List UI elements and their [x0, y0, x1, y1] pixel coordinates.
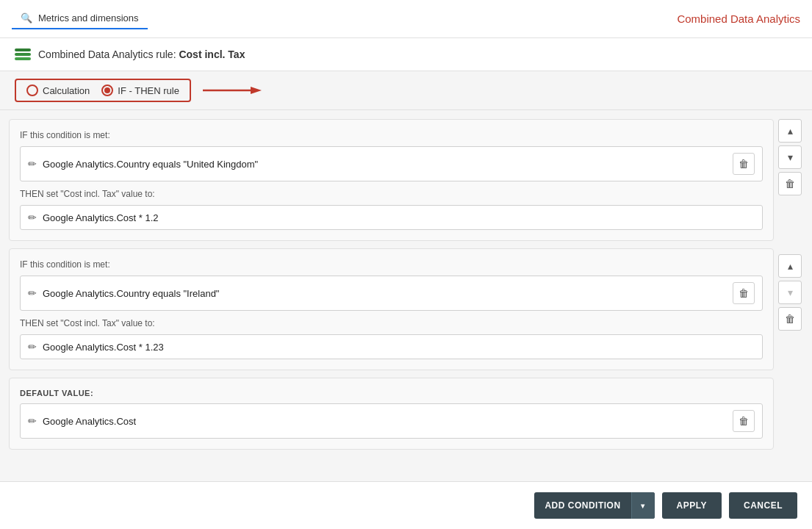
radio-if-then[interactable]: IF - THEN rule [101, 84, 179, 96]
condition-text-then-2: Google Analytics.Cost * 1.23 [43, 342, 755, 353]
radio-circle-if-then [101, 84, 113, 96]
condition-row-if-1: ✏ Google Analytics.Country equals "Unite… [20, 146, 763, 181]
radio-calculation[interactable]: Calculation [26, 84, 90, 96]
delete-default-button[interactable]: 🗑 [733, 410, 755, 432]
stack-icon [15, 48, 31, 60]
condition-row-if-2: ✏ Google Analytics.Country equals "Irela… [20, 276, 763, 311]
condition-text-if-1: Google Analytics.Country equals "United … [43, 159, 727, 170]
edit-icon-default[interactable]: ✏ [28, 415, 37, 427]
move-down-2-button[interactable]: ▾ [778, 281, 802, 304]
condition-block-2: IF this condition is met: ✏ Google Analy… [9, 248, 774, 370]
then-label-2: THEN set "Cost incl. Tax" value to: [20, 318, 763, 328]
condition-block-1: IF this condition is met: ✏ Google Analy… [9, 119, 774, 241]
main-content: IF this condition is met: ✏ Google Analy… [0, 110, 812, 481]
svg-marker-1 [251, 87, 262, 94]
add-condition-label: ADD CONDITION [534, 500, 630, 511]
top-bar: 🔍 Metrics and dimensions Combined Data A… [0, 0, 812, 38]
condition-row-default: ✏ Google Analytics.Cost 🗑 [20, 403, 763, 439]
cancel-button[interactable]: CANCEL [729, 492, 797, 519]
footer: ADD CONDITION ▾ APPLY CANCEL [0, 481, 812, 529]
tab-label: Metrics and dimensions [38, 12, 139, 24]
move-up-1-button[interactable]: ▴ [778, 119, 802, 143]
radio-box: Calculation IF - THEN rule [15, 79, 191, 102]
search-icon: 🔍 [21, 12, 32, 24]
if-label-1: IF this condition is met: [20, 130, 763, 140]
app-title: Combined Data Analytics [677, 12, 800, 25]
then-label-1: THEN set "Cost incl. Tax" value to: [20, 189, 763, 199]
radio-label-calculation: Calculation [43, 85, 90, 96]
side-group-1: ▴ ▾ 🗑 [778, 119, 808, 195]
move-up-2-button[interactable]: ▴ [778, 254, 802, 278]
edit-icon-if-2[interactable]: ✏ [28, 287, 37, 299]
add-condition-button[interactable]: ADD CONDITION ▾ [534, 492, 654, 519]
radio-circle-calculation [26, 84, 38, 96]
rule-header: Combined Data Analytics rule: Cost incl.… [0, 38, 812, 71]
if-label-2: IF this condition is met: [20, 259, 763, 270]
apply-button[interactable]: APPLY [662, 492, 722, 519]
side-group-2: ▴ ▾ 🗑 [778, 254, 808, 331]
rule-name: Cost incl. Tax [179, 48, 245, 60]
condition-row-then-2: ✏ Google Analytics.Cost * 1.23 [20, 334, 763, 359]
delete-if-1-button[interactable]: 🗑 [733, 153, 755, 175]
condition-text-then-1: Google Analytics.Cost * 1.2 [43, 212, 755, 223]
delete-group-2-button[interactable]: 🗑 [778, 307, 802, 331]
delete-if-2-button[interactable]: 🗑 [733, 282, 755, 304]
condition-text-if-2: Google Analytics.Country equals "Ireland… [43, 288, 727, 299]
radio-group: Calculation IF - THEN rule [0, 71, 812, 110]
edit-icon-then-2[interactable]: ✏ [28, 341, 37, 353]
move-down-1-button[interactable]: ▾ [778, 145, 802, 169]
delete-group-1-button[interactable]: 🗑 [778, 172, 802, 195]
edit-icon-then-1[interactable]: ✏ [28, 212, 37, 223]
conditions-area: IF this condition is met: ✏ Google Analy… [0, 110, 774, 481]
default-label: DEFAULT VALUE: [20, 389, 763, 397]
arrow-indicator [203, 83, 262, 98]
condition-text-default: Google Analytics.Cost [43, 416, 727, 427]
side-controls: ▴ ▾ 🗑 ▴ ▾ 🗑 [774, 110, 812, 481]
rule-label: Combined Data Analytics rule: Cost incl.… [38, 48, 245, 60]
default-block: DEFAULT VALUE: ✏ Google Analytics.Cost 🗑 [9, 378, 774, 450]
radio-label-if-then: IF - THEN rule [118, 85, 179, 96]
edit-icon-if-1[interactable]: ✏ [28, 158, 37, 170]
condition-row-then-1: ✏ Google Analytics.Cost * 1.2 [20, 205, 763, 230]
metrics-tab[interactable]: 🔍 Metrics and dimensions [12, 8, 148, 29]
add-condition-dropdown-icon[interactable]: ▾ [631, 492, 655, 519]
